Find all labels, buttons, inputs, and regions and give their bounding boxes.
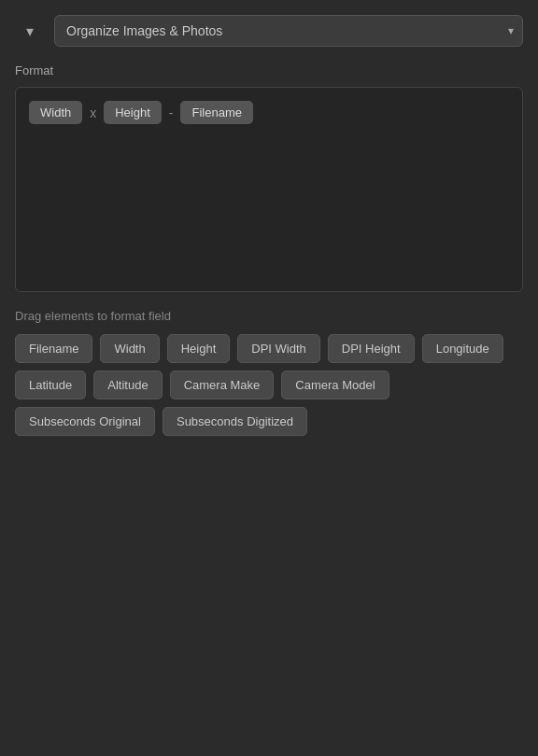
- format-label: Format: [15, 63, 523, 77]
- separator-dash: -: [167, 105, 176, 120]
- chip-camera-make[interactable]: Camera Make: [170, 371, 275, 399]
- chip-camera-model[interactable]: Camera Model: [281, 371, 389, 399]
- main-container: ▾ Organize Images & Photos ▾ Format Widt…: [0, 0, 538, 756]
- chip-latitude[interactable]: Latitude: [15, 371, 86, 399]
- organize-dropdown[interactable]: Organize Images & Photos: [54, 15, 523, 47]
- header-row: ▾ Organize Images & Photos ▾: [15, 15, 523, 47]
- drag-hint: Drag elements to format field: [15, 309, 523, 323]
- chip-subseconds-original[interactable]: Subseconds Original: [15, 407, 155, 436]
- chip-dpi-width[interactable]: DPI Width: [237, 334, 320, 363]
- collapse-button[interactable]: ▾: [15, 16, 45, 46]
- chip-subseconds-digitized[interactable]: Subseconds Digitized: [163, 407, 307, 436]
- dropdown-wrapper: Organize Images & Photos ▾: [54, 15, 523, 47]
- chip-height[interactable]: Height: [167, 334, 231, 363]
- format-tokens: Width x Height - Filename: [29, 101, 509, 124]
- format-token-height[interactable]: Height: [104, 101, 162, 124]
- elements-grid: Filename Width Height DPI Width DPI Heig…: [15, 334, 523, 436]
- chip-filename[interactable]: Filename: [15, 334, 92, 363]
- format-token-width[interactable]: Width: [29, 101, 82, 124]
- format-section: Format Width x Height - Filename: [15, 63, 523, 309]
- elements-section: Drag elements to format field Filename W…: [15, 309, 523, 436]
- chip-altitude[interactable]: Altitude: [93, 371, 162, 399]
- format-box[interactable]: Width x Height - Filename: [15, 87, 523, 292]
- separator-x: x: [88, 105, 98, 120]
- format-token-filename[interactable]: Filename: [180, 101, 252, 124]
- chip-longitude[interactable]: Longitude: [422, 334, 503, 363]
- chip-dpi-height[interactable]: DPI Height: [328, 334, 415, 363]
- chevron-down-icon: ▾: [26, 22, 34, 40]
- chip-width[interactable]: Width: [100, 334, 159, 363]
